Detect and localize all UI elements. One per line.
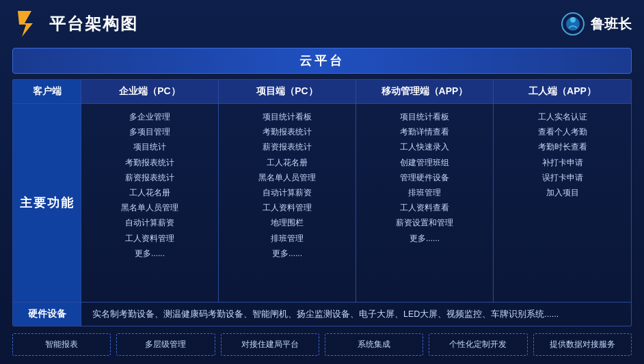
col-header-project: 项目端（PC） <box>219 80 356 104</box>
feature-item: 项目统计看板 <box>364 111 485 124</box>
svg-marker-0 <box>18 11 33 37</box>
enterprise-features-cell: 多企业管理多项目管理项目统计考勤报表统计薪资报表统计工人花名册黑名单人员管理自动… <box>81 104 219 302</box>
bottom-item: 多层级管理 <box>116 333 215 356</box>
col-header-enterprise: 企业端（PC） <box>81 80 219 104</box>
hardware-content: 实名制考勤设备、测温健康码考勤设备、智能闸机、扬尘监测设备、电子大屏、LED大屏… <box>81 303 631 326</box>
hardware-label: 硬件设备 <box>13 303 81 326</box>
feature-item: 考勤报表统计 <box>227 126 347 139</box>
bottom-item: 提供数据对接服务 <box>533 333 632 356</box>
worker-features-cell: 工人实名认证查看个人考勤考勤时长查看补打卡申请误打卡申请加入项目 <box>494 104 631 302</box>
brand-name: 鲁班长 <box>591 15 632 33</box>
feature-item: 项目统计看板 <box>227 111 347 124</box>
feature-item: 多项目管理 <box>90 126 210 139</box>
col-header-worker: 工人端（APP） <box>494 80 631 104</box>
feature-item: 薪资设置和管理 <box>364 216 485 229</box>
hardware-row: 硬件设备 实名制考勤设备、测温健康码考勤设备、智能闸机、扬尘监测设备、电子大屏、… <box>13 302 631 326</box>
bottom-item: 个性化定制开发 <box>429 333 527 356</box>
svg-point-3 <box>570 17 576 23</box>
feature-item: 考勤详情查看 <box>364 126 485 139</box>
feature-item: 黑名单人员管理 <box>227 171 347 184</box>
bottom-item: 智能报表 <box>12 333 111 356</box>
col-header-client: 客户端 <box>13 80 81 104</box>
feature-item: 项目统计 <box>90 141 210 154</box>
feature-item: 工人花名册 <box>90 186 210 199</box>
bottom-item: 系统集成 <box>325 333 423 356</box>
main-container: 平台架构图 鲁班长 云平台 客户端 企业端（PC） 项目端（PC） <box>0 0 644 364</box>
col-headers-row: 客户端 企业端（PC） 项目端（PC） 移动管理端（APP） 工人端（APP） <box>13 80 631 104</box>
main-table: 客户端 企业端（PC） 项目端（PC） 移动管理端（APP） 工人端（APP） … <box>12 79 632 326</box>
row-label-main-features: 主要功能 <box>13 104 81 302</box>
feature-item: 加入项目 <box>502 186 623 199</box>
bottom-item: 对接住建局平台 <box>221 333 319 356</box>
feature-item: 考勤报表统计 <box>90 156 210 169</box>
feature-item: 排班管理 <box>227 232 347 245</box>
feature-item: 地理围栏 <box>227 216 347 229</box>
feature-item: 自动计算薪资 <box>90 216 210 229</box>
feature-item: 工人花名册 <box>227 156 347 169</box>
feature-item: 自动计算薪资 <box>227 186 347 199</box>
cloud-platform-bar: 云平台 <box>12 48 632 74</box>
feature-item: 创建管理班组 <box>364 156 485 169</box>
logo-icon <box>12 10 41 38</box>
col-header-mobile: 移动管理端（APP） <box>356 80 494 104</box>
feature-item: 管理硬件设备 <box>364 171 485 184</box>
feature-item: 薪资报表统计 <box>227 141 347 154</box>
header-left: 平台架构图 <box>12 10 138 38</box>
mobile-features-cell: 项目统计看板考勤详情查看工人快速录入创建管理班组管理硬件设备排班管理工人资料查看… <box>356 104 494 302</box>
feature-item: 工人资料查看 <box>364 201 485 214</box>
feature-item: 薪资报表统计 <box>90 171 210 184</box>
feature-item: 更多...... <box>364 232 485 245</box>
feature-item: 更多...... <box>90 247 210 260</box>
feature-item: 工人实名认证 <box>502 111 623 124</box>
feature-item: 查看个人考勤 <box>502 126 623 139</box>
feature-item: 工人快速录入 <box>364 141 485 154</box>
brand-icon <box>561 12 585 36</box>
feature-item: 工人资料管理 <box>227 201 347 214</box>
feature-item: 排班管理 <box>364 186 485 199</box>
feature-item: 补打卡申请 <box>502 156 623 169</box>
project-features-cell: 项目统计看板考勤报表统计薪资报表统计工人花名册黑名单人员管理自动计算薪资工人资料… <box>219 104 356 302</box>
content-row: 主要功能 多企业管理多项目管理项目统计考勤报表统计薪资报表统计工人花名册黑名单人… <box>13 104 631 302</box>
feature-item: 误打卡申请 <box>502 171 623 184</box>
page-title: 平台架构图 <box>49 13 138 35</box>
header: 平台架构图 鲁班长 <box>12 7 632 42</box>
feature-item: 考勤时长查看 <box>502 141 623 154</box>
cloud-platform-label: 云平台 <box>299 54 345 68</box>
bottom-row: 智能报表多层级管理对接住建局平台系统集成个性化定制开发提供数据对接服务 <box>12 333 632 356</box>
brand-logo: 鲁班长 <box>561 12 632 36</box>
feature-item: 多企业管理 <box>90 111 210 124</box>
feature-item: 工人资料管理 <box>90 232 210 245</box>
feature-item: 黑名单人员管理 <box>90 201 210 214</box>
feature-item: 更多...... <box>227 247 347 260</box>
